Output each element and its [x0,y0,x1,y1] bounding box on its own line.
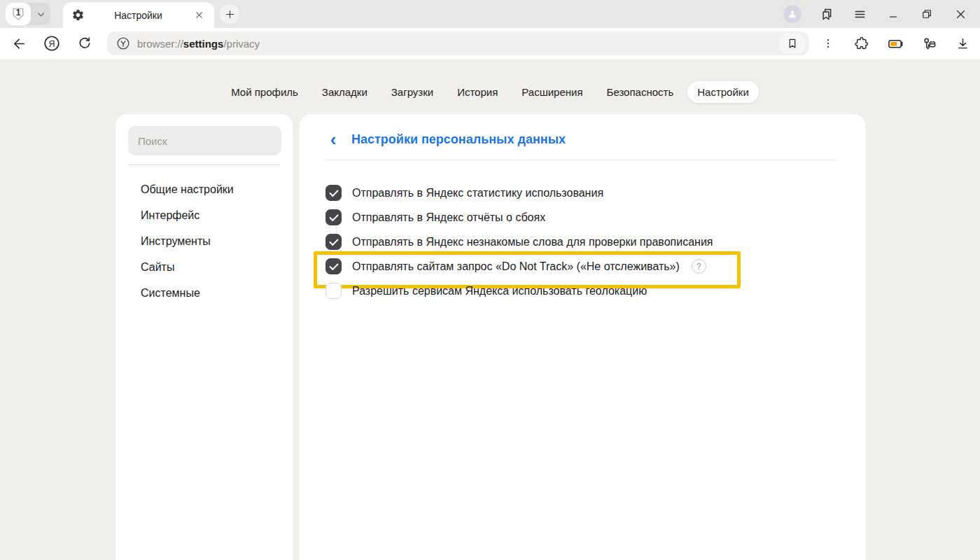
tab-counter-button[interactable]: 1 [6,3,31,25]
download-icon [955,36,970,51]
settings-nav-tab[interactable]: Безопасность [597,81,684,103]
puzzle-icon [854,36,869,51]
checkbox-row[interactable]: Отправлять сайтам запрос «Do Not Track» … [326,254,706,279]
passwords-button[interactable] [918,33,939,54]
avatar [783,5,802,23]
battery-saver-button[interactable] [885,33,906,54]
section-title: Настройки персональных данных [351,132,566,147]
profile-avatar-button[interactable] [783,4,802,24]
collections-button[interactable] [816,4,836,24]
collections-icon [819,7,834,22]
reload-icon [77,36,92,51]
tab-title: Настройки [85,10,192,21]
settings-nav: Мой профиль Закладки Загрузки История Ра… [0,81,980,103]
sidebar-list: Общие настройки Интерфейс Инструменты Са… [115,176,293,306]
settings-nav-tab[interactable]: Мой профиль [221,81,308,103]
settings-nav-tab[interactable]: Закладки [312,81,377,103]
search-input[interactable] [128,126,281,155]
sidebar-divider [128,164,280,165]
svg-text:Я: Я [49,39,55,49]
checkbox[interactable] [326,258,342,274]
protect-icon [115,36,131,51]
checkbox[interactable] [326,209,342,225]
sidebar-dots-button[interactable] [818,33,839,54]
section-divider [326,160,837,160]
sidebar-item[interactable]: Общие настройки [115,176,293,202]
toolbar-right-icons [818,33,973,54]
tab-list-chevron-button[interactable] [31,3,50,25]
vertical-dots-icon [822,37,834,50]
settings-nav-tab[interactable]: Настройки [687,81,759,103]
close-icon [195,10,204,20]
section-header: ‹ Настройки персональных данных [326,131,837,148]
checkbox-label: Отправлять сайтам запрос «Do Not Track» … [352,260,680,273]
tab-count: 1 [6,8,31,18]
section-back-button[interactable]: ‹ [326,131,341,148]
sidebar-item[interactable]: Системные [115,280,293,306]
titlebar-right-icons [783,4,980,24]
close-icon [955,8,967,20]
bookmark-page-button[interactable] [780,34,805,53]
checkbox[interactable] [326,234,342,250]
settings-nav-tab[interactable]: Загрузки [382,81,443,103]
address-bar[interactable]: browser://settings/privacy [107,31,809,55]
settings-content: ‹ Настройки персональных данных Отправля… [300,114,865,560]
toolbar: Я browser://settings/privacy [0,28,980,59]
plus-icon [225,9,235,20]
sidebar-item[interactable]: Инструменты [115,228,293,254]
reload-button[interactable] [74,33,95,54]
sidebar-item[interactable]: Интерфейс [115,202,293,228]
yandex-home-button[interactable]: Я [41,33,62,54]
checkbox-row[interactable]: Отправлять в Яндекс статистику использов… [326,181,603,205]
titlebar: 1 Настройки [0,0,980,28]
back-button[interactable] [8,33,29,54]
browser-tab-settings[interactable]: Настройки [63,2,214,28]
new-tab-button[interactable] [220,4,239,24]
extensions-button[interactable] [851,33,872,54]
settings-nav-tab[interactable]: История [447,81,507,103]
checkbox-row[interactable]: Разрешить сервисам Яндекса использовать … [326,279,647,303]
restore-button[interactable] [917,4,937,24]
sidebar-item[interactable]: Сайты [115,254,293,280]
checkbox-label: Отправлять в Яндекс незнакомые слова для… [352,236,713,248]
minimize-button[interactable] [883,4,903,24]
hamburger-icon [853,8,867,21]
settings-nav-tab[interactable]: Расширения [512,81,592,103]
checkbox-list: Отправлять в Яндекс статистику использов… [326,181,837,303]
browser-window: 1 Настройки [0,0,980,560]
menu-button[interactable] [850,4,869,24]
bookmark-flag-icon [786,37,799,50]
checkbox-row[interactable]: Отправлять в Яндекс незнакомые слова для… [326,230,713,254]
downloads-button[interactable] [952,33,973,54]
key-wallet-icon [921,36,937,52]
checkbox[interactable] [326,283,342,299]
battery-icon [887,35,904,52]
checkbox-label: Отправлять в Яндекс отчёты о сбоях [352,211,545,224]
checkbox-label: Отправлять в Яндекс статистику использов… [352,187,603,200]
url-text: browser://settings/privacy [137,38,260,50]
restore-window-icon [920,8,933,20]
tab-counter-group: 1 [6,3,50,25]
settings-sidebar: Общие настройки Интерфейс Инструменты Са… [115,114,293,560]
back-arrow-icon [11,36,27,52]
help-icon[interactable]: ? [692,259,706,274]
gear-icon [71,8,85,22]
checkbox-row[interactable]: Отправлять в Яндекс отчёты о сбоях ? [326,205,545,230]
close-window-button[interactable] [951,4,970,24]
yandex-logo-icon: Я [43,34,61,52]
checkbox[interactable] [326,185,342,201]
chevron-down-icon [36,9,46,20]
minimize-icon [887,8,899,20]
tab-close-button[interactable] [192,8,206,22]
checkbox-label: Разрешить сервисам Яндекса использовать … [352,285,647,298]
